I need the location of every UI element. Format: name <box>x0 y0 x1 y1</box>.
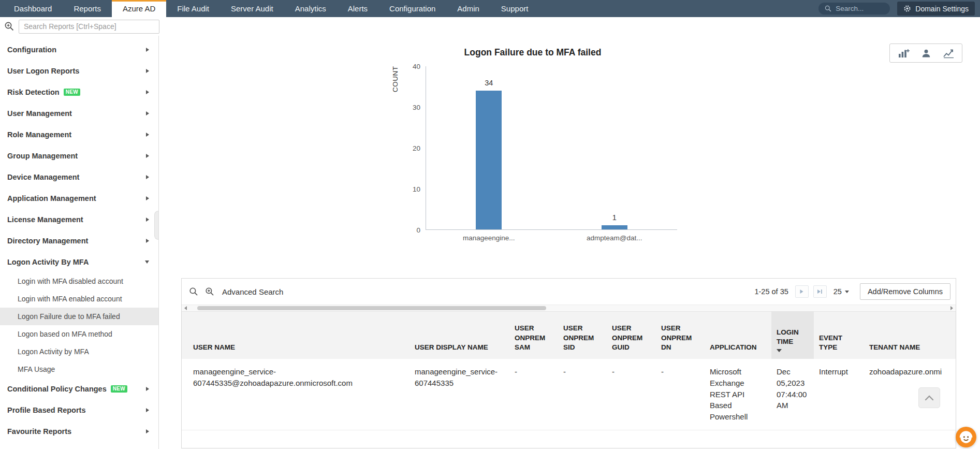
column-header-label: USER ONPREM DN <box>661 324 692 351</box>
scroll-right-icon[interactable] <box>948 306 956 310</box>
adaudit-app-window: DashboardReportsAzure ADFile AuditServer… <box>0 0 980 449</box>
chart-bar[interactable] <box>476 91 502 229</box>
sidebar-item-logon-activity-by-mfa[interactable]: Logon Activity By MFA <box>0 251 158 272</box>
last-page-button[interactable] <box>813 285 827 298</box>
scrollbar-thumb[interactable] <box>197 306 546 310</box>
scrollbar-track[interactable] <box>189 305 948 311</box>
x-tick-label: manageengine... <box>463 234 515 242</box>
sidebar-collapse-handle[interactable] <box>154 211 158 240</box>
domain-settings-button[interactable]: Domain Settings <box>897 2 975 16</box>
sidebar-item-application-management[interactable]: Application Management <box>0 187 158 209</box>
cell-user-onprem-sam: - <box>509 359 558 430</box>
toolbar-pagination-group: 1-25 of 35 25 Add/Remove Columns <box>754 283 950 300</box>
sidebar-item-label: User Management <box>7 109 72 118</box>
column-header-application[interactable]: APPLICATION <box>705 312 771 359</box>
sidebar-item-label: Role Management <box>7 131 71 139</box>
nav-tab-support[interactable]: Support <box>490 0 539 17</box>
sidebar-item-label: Risk Detection <box>7 88 60 96</box>
column-header-label: USER DISPLAY NAME <box>415 343 488 351</box>
nav-tab-configuration[interactable]: Configuration <box>378 0 446 17</box>
global-search-box[interactable]: Search... <box>818 3 890 15</box>
report-search-bar <box>0 17 980 36</box>
sidebar-subitem-logon-failure-due-to-mfa-failed[interactable]: Logon Failure due to MFA failed <box>0 308 158 325</box>
column-header-user-display-name[interactable]: USER DISPLAY NAME <box>409 312 509 359</box>
sidebar-item-user-logon-reports[interactable]: User Logon Reports <box>0 60 158 81</box>
column-header-user-onprem-sid[interactable]: USER ONPREM SID <box>558 312 607 359</box>
y-tick-label: 20 <box>413 144 420 152</box>
chat-support-bubble[interactable] <box>956 427 976 447</box>
sidebar-item-user-management[interactable]: User Management <box>0 103 158 124</box>
column-header-user-name[interactable]: USER NAME <box>182 312 409 359</box>
chevron-down-icon <box>845 291 849 293</box>
table-row[interactable]: manageengine_service-607445335@zohoadapa… <box>182 359 956 430</box>
chevron-right-icon <box>146 429 149 433</box>
pagination-info: 1-25 of 35 <box>754 287 788 296</box>
chart-bar[interactable] <box>602 225 627 229</box>
horizontal-scrollbar[interactable] <box>182 305 956 312</box>
cell-tenant-name: zohoadapazure.onmi <box>864 359 956 430</box>
y-axis: 010203040 <box>402 66 426 230</box>
sort-descending-icon[interactable] <box>777 349 782 352</box>
sidebar-item-label: Device Management <box>7 173 79 181</box>
sidebar-item-directory-management[interactable]: Directory Management <box>0 230 158 251</box>
nav-tab-analytics[interactable]: Analytics <box>284 0 337 17</box>
sidebar-item-role-management[interactable]: Role Management <box>0 124 158 145</box>
report-search-icon[interactable] <box>4 21 14 32</box>
sidebar-subitem-login-with-mfa-enabled-account[interactable]: Login with MFA enabled account <box>0 290 158 308</box>
quick-search-icon[interactable] <box>189 287 198 296</box>
column-header-label: LOGIN TIME <box>777 328 799 345</box>
sidebar-item-device-management[interactable]: Device Management <box>0 166 158 187</box>
bar-chart: COUNT 010203040 34manageengine...1admpte… <box>388 66 980 230</box>
page-size-select[interactable]: 25 <box>831 287 851 296</box>
column-header-user-onprem-sam[interactable]: USER ONPREM SAM <box>509 312 558 359</box>
nav-tab-file-audit[interactable]: File Audit <box>166 0 220 17</box>
chevron-right-icon <box>146 90 149 94</box>
column-header-event-type[interactable]: EVENT TYPE <box>814 312 864 359</box>
sidebar-item-risk-detection[interactable]: Risk DetectionNEW <box>0 81 158 103</box>
advanced-search-label[interactable]: Advanced Search <box>222 287 283 296</box>
scroll-left-icon[interactable] <box>182 306 189 310</box>
column-header-user-onprem-dn[interactable]: USER ONPREM DN <box>656 312 705 359</box>
nav-tab-reports[interactable]: Reports <box>63 0 112 17</box>
column-header-login-time[interactable]: LOGIN TIME <box>771 312 814 359</box>
table-body: manageengine_service-607445335@zohoadapa… <box>182 359 956 430</box>
sidebar-item-conditional-policy-changes[interactable]: Conditional Policy ChangesNEW <box>0 378 158 399</box>
column-header-label: APPLICATION <box>710 343 757 351</box>
nav-tab-alerts[interactable]: Alerts <box>337 0 378 17</box>
chevron-down-icon <box>145 260 149 264</box>
advanced-search-icon[interactable] <box>205 287 214 296</box>
sidebar-item-group-management[interactable]: Group Management <box>0 145 158 166</box>
sidebar-subitem-mfa-usage[interactable]: MFA Usage <box>0 360 158 378</box>
add-remove-columns-button[interactable]: Add/Remove Columns <box>860 283 950 300</box>
nav-tab-admin[interactable]: Admin <box>446 0 490 17</box>
sidebar-item-configuration[interactable]: Configuration <box>0 39 158 60</box>
gear-icon <box>903 5 911 12</box>
nav-tab-dashboard[interactable]: Dashboard <box>3 0 63 17</box>
nav-tab-azure-ad[interactable]: Azure AD <box>112 0 166 17</box>
chevron-right-icon <box>146 133 149 137</box>
table-toolbar: Advanced Search 1-25 of 35 25 <box>182 279 956 305</box>
sidebar-item-license-management[interactable]: License Management <box>0 209 158 230</box>
sidebar-item-favourite-reports[interactable]: Favourite Reports <box>0 421 158 442</box>
toolbar-search-group: Advanced Search <box>189 287 283 296</box>
sidebar-item-label: Directory Management <box>7 237 88 245</box>
sidebar-item-profile-based-reports[interactable]: Profile Based Reports <box>0 399 158 421</box>
column-header-label: USER ONPREM GUID <box>612 324 642 351</box>
sidebar-subitem-login-with-mfa-disabled-account[interactable]: Login with MFA disabled account <box>0 272 158 290</box>
sidebar-subitem-logon-based-on-mfa-method[interactable]: Logon based on MFA method <box>0 325 158 343</box>
sidebar-item-label: Profile Based Reports <box>7 406 86 414</box>
column-header-label: USER NAME <box>193 343 235 351</box>
chevron-right-icon <box>146 154 149 158</box>
sidebar-subitem-logon-activity-by-mfa[interactable]: Logon Activity by MFA <box>0 343 158 360</box>
chat-support-icon <box>956 427 976 447</box>
column-header-user-onprem-guid[interactable]: USER ONPREM GUID <box>607 312 656 359</box>
column-header-tenant-name[interactable]: TENANT NAME <box>864 312 956 359</box>
next-page-button[interactable] <box>795 285 809 298</box>
sidebar-item-label: Group Management <box>7 152 78 160</box>
report-search-input[interactable] <box>19 20 159 34</box>
cell-user-name: manageengine_service-607445335@zohoadapa… <box>182 359 409 430</box>
scroll-to-top-button[interactable] <box>918 387 940 408</box>
chevron-right-icon <box>146 408 149 412</box>
page-size-value: 25 <box>833 287 842 296</box>
nav-tab-server-audit[interactable]: Server Audit <box>220 0 284 17</box>
